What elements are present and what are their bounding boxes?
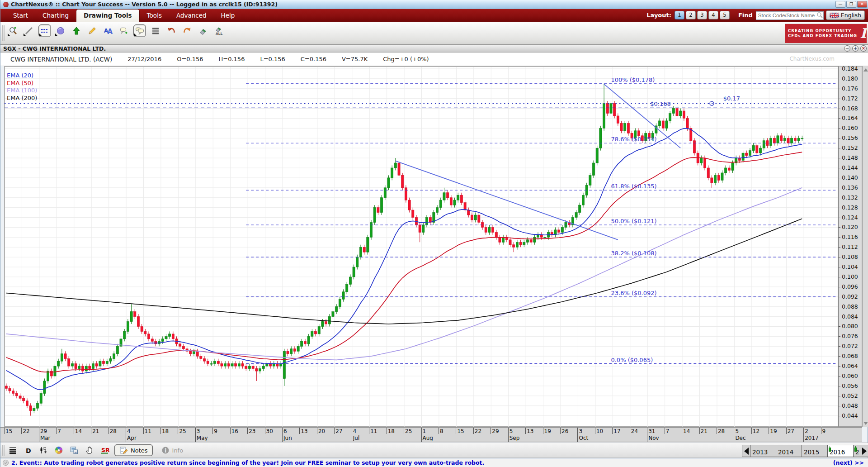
window-close-button[interactable]: ✕: [857, 1, 867, 8]
chart-canvas[interactable]: 100% ($0.178)78.6% ($0.154)61.8% ($0.135…: [5, 67, 839, 427]
layout-button-4[interactable]: 4: [708, 11, 718, 19]
notes-button[interactable]: Notes: [114, 444, 153, 456]
search-icon: [816, 12, 823, 18]
watermark: ChartNexus.com: [789, 56, 835, 62]
scroll-down-icon[interactable]: [863, 422, 868, 425]
window-maximize-button[interactable]: ❐: [846, 1, 856, 8]
trendline-1[interactable]: [396, 161, 618, 240]
period-button[interactable]: [38, 444, 49, 456]
zoom-add-button[interactable]: [7, 24, 19, 37]
color-wheel-button[interactable]: [53, 444, 65, 456]
date-tick: [543, 428, 543, 434]
date-tick-label: 2: [805, 428, 808, 434]
menu-item-drawing-tools[interactable]: Drawing Tools: [76, 9, 140, 22]
date-tick-label: 9: [214, 428, 217, 434]
legend-item-100: EMA (100): [7, 87, 37, 95]
notes-label: Notes: [131, 447, 148, 454]
date-tick-label: 11: [370, 428, 377, 434]
pan-hand-button[interactable]: [84, 444, 95, 456]
text-button[interactable]: AA: [102, 24, 114, 37]
toolbar-grip[interactable]: [2, 25, 5, 41]
pencil-button[interactable]: [86, 24, 99, 37]
layout-button-2[interactable]: 2: [686, 11, 696, 19]
quote-date: 27/12/2016: [127, 56, 161, 62]
year-cell-2013[interactable]: 2013: [750, 445, 776, 457]
fib-label: 0.0% ($0.065): [611, 357, 653, 363]
ellipse-button[interactable]: [54, 24, 67, 37]
legend-item-20: EMA (20): [7, 72, 37, 80]
pencil-icon: [88, 26, 97, 35]
layout-button-3[interactable]: 3: [697, 11, 707, 19]
info-button[interactable]: iInfo: [156, 444, 188, 456]
date-tick-label: 21: [701, 428, 708, 434]
menu-item-tools[interactable]: Tools: [140, 10, 169, 22]
timeframe-daily-button[interactable]: D: [22, 444, 34, 456]
chart-close-button[interactable]: ×: [860, 45, 867, 52]
layout-button-5[interactable]: 5: [720, 11, 730, 19]
date-tick-label: 27: [335, 428, 342, 434]
arrow-up-button[interactable]: [70, 24, 83, 37]
layout-button-1[interactable]: 1: [675, 11, 684, 19]
scroll-up-icon[interactable]: [863, 68, 868, 71]
chart-maximize-button[interactable]: +: [852, 45, 859, 52]
language-button[interactable]: English: [826, 10, 865, 20]
year-cell-2014[interactable]: 2014: [776, 445, 802, 457]
chart-window-titlebar[interactable]: SGX - CWG INTERNATIONAL LTD. −+×: [0, 44, 868, 52]
fib-retracement-button[interactable]: [38, 24, 51, 37]
undo-button[interactable]: [165, 24, 178, 37]
window-minimize-button[interactable]: —: [835, 1, 845, 8]
date-tick: [473, 428, 474, 434]
hlines-button[interactable]: [149, 24, 162, 37]
year-label: 2014: [778, 448, 793, 456]
quote-low: L=0.156: [260, 56, 285, 62]
date-tick: [143, 428, 144, 434]
year-cell-2016[interactable]: 2016: [827, 445, 853, 457]
menu-item-charting[interactable]: Charting: [35, 10, 76, 22]
price-axis-label: 0.184: [842, 65, 858, 72]
ig-ad-banner[interactable]: CREATING OPPORTUNITY CFDs AND FOREX TRAD…: [785, 24, 867, 43]
date-tick-label: 15: [5, 428, 12, 434]
price-axis-label: 0.160: [842, 124, 858, 131]
line-style-button[interactable]: [7, 444, 19, 456]
date-tick: [247, 428, 248, 434]
eraser-button[interactable]: [197, 24, 209, 37]
date-tick: [317, 428, 317, 434]
svg-text:ALL: ALL: [216, 32, 223, 35]
price-axis-label: 0.096: [842, 283, 858, 290]
stock-search-input[interactable]: [756, 11, 824, 20]
menu-item-help[interactable]: Help: [214, 10, 242, 22]
next-event-link[interactable]: (next) >>: [833, 459, 864, 466]
bottom-toolbar-grip[interactable]: [2, 445, 5, 456]
year-cell-2015[interactable]: 2015: [802, 445, 827, 457]
redo-button[interactable]: [181, 24, 193, 37]
callout-button[interactable]: [133, 24, 146, 37]
menu-item-start[interactable]: Start: [6, 10, 35, 22]
date-axis[interactable]: 152229Mar71421284Apr1118253May91623306Ju…: [0, 427, 862, 442]
fibonacci-retracement[interactable]: 100% ($0.178)78.6% ($0.154)61.8% ($0.135…: [246, 76, 839, 364]
ad-line1: CREATING OPPORTUNITY: [788, 29, 852, 33]
notes-icon: [119, 446, 128, 455]
eraser-all-button[interactable]: ALL: [212, 24, 225, 37]
price-axis-label: 0.136: [842, 184, 858, 191]
date-tick: [769, 428, 769, 434]
uk-flag-icon: [830, 13, 839, 18]
dropdown-corner-icon: [55, 33, 58, 36]
drawing-toolbar: AAALL CREATING OPPORTUNITY CFDs AND FORE…: [0, 22, 868, 44]
price-axis-label: 0.088: [842, 303, 858, 310]
chart-minimize-button[interactable]: −: [844, 45, 850, 52]
year-cell-2[interactable]: 2: [853, 445, 860, 457]
save-image-button[interactable]: [68, 444, 80, 456]
trend-line-button[interactable]: [23, 24, 35, 37]
chart-scrollbar[interactable]: [862, 66, 868, 427]
window-title: ChartNexus® :: Chart Your Success -- Ver…: [11, 1, 278, 8]
year-nav-prev-button[interactable]: [742, 445, 750, 457]
chartnexus-app: ChartNexus® :: Chart Your Success -- Ver…: [0, 0, 868, 467]
year-nav-next-button[interactable]: [860, 445, 868, 457]
menu-item-advanced[interactable]: Advanced: [169, 10, 214, 22]
callout-add-button[interactable]: [118, 24, 130, 37]
candlestick-chart[interactable]: 100% ($0.178)78.6% ($0.154)61.8% ($0.135…: [4, 66, 838, 427]
price-axis[interactable]: 0.1840.1800.1760.1720.1680.1640.1600.156…: [838, 66, 862, 427]
sr-button[interactable]: SR: [99, 444, 111, 456]
window-titlebar[interactable]: ChartNexus® :: Chart Your Success -- Ver…: [0, 0, 868, 9]
quote-volume: V=75.7K: [342, 56, 368, 62]
